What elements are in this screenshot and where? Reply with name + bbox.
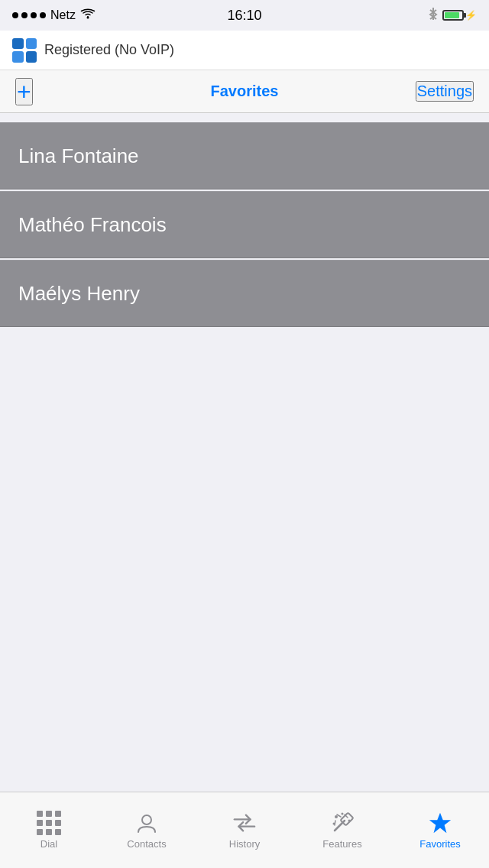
- tab-history-label: History: [229, 838, 260, 850]
- app-icon-sq3: [12, 51, 24, 63]
- status-bar: Netz 16:10 ⚡: [0, 0, 489, 31]
- dial-dot: [46, 820, 52, 826]
- battery-icon: [442, 10, 464, 21]
- nav-title: Favorites: [211, 83, 279, 100]
- tab-contacts-label: Contacts: [127, 838, 166, 850]
- svg-marker-14: [429, 813, 451, 833]
- favorite-name-1: Mathéo Francois: [18, 213, 167, 237]
- tab-features-label: Features: [322, 838, 361, 850]
- tab-dial[interactable]: Dial: [0, 792, 98, 868]
- history-icon: [232, 811, 257, 835]
- tab-contacts[interactable]: Contacts: [98, 792, 196, 868]
- nav-bar: + Favorites Settings: [0, 70, 489, 113]
- app-icon: [12, 38, 37, 63]
- registered-status: Registered (No VoIP): [44, 42, 174, 58]
- dial-dot: [37, 820, 43, 826]
- tab-bar: Dial Contacts History: [0, 792, 489, 868]
- svg-point-0: [86, 17, 89, 19]
- battery-fill: [445, 12, 459, 18]
- status-left: Netz: [12, 8, 96, 22]
- add-favorite-button[interactable]: +: [15, 78, 33, 105]
- favorite-name-2: Maélys Henry: [18, 282, 140, 306]
- app-icon-sq1: [12, 38, 24, 50]
- signal-dot-4: [40, 12, 46, 18]
- signal-dot-1: [12, 12, 18, 18]
- favorite-item-0[interactable]: Lina Fontaine: [0, 122, 489, 189]
- dial-icon: [37, 811, 61, 835]
- favorite-name-0: Lina Fontaine: [18, 144, 139, 168]
- app-icon-sq4: [26, 51, 37, 63]
- tab-favorites-label: Favorites: [419, 838, 460, 850]
- bluetooth-icon: [429, 7, 438, 24]
- dial-dot: [55, 829, 61, 835]
- svg-point-9: [348, 820, 351, 822]
- dial-dot: [46, 811, 52, 817]
- tab-dial-label: Dial: [40, 838, 57, 850]
- contacts-icon: [134, 811, 159, 835]
- signal-dot-3: [31, 12, 37, 18]
- favorite-item-1[interactable]: Mathéo Francois: [0, 191, 489, 258]
- svg-point-8: [342, 813, 344, 815]
- svg-point-7: [335, 815, 338, 818]
- dial-dot: [46, 829, 52, 835]
- svg-line-13: [335, 821, 335, 825]
- wifi-icon: [80, 8, 96, 22]
- features-icon: [330, 811, 355, 835]
- svg-point-2: [142, 815, 151, 824]
- tab-features[interactable]: Features: [293, 792, 391, 868]
- status-time: 16:10: [227, 8, 261, 24]
- battery: ⚡: [442, 10, 477, 21]
- favorites-star-icon: [428, 811, 452, 835]
- dial-dot: [37, 829, 43, 835]
- tab-favorites[interactable]: Favorites: [391, 792, 489, 868]
- favorites-list: Lina Fontaine Mathéo Francois Maélys Hen…: [0, 113, 489, 327]
- charging-icon: ⚡: [465, 10, 477, 21]
- status-right: ⚡: [429, 7, 477, 24]
- tab-history[interactable]: History: [196, 792, 293, 868]
- favorite-item-2[interactable]: Maélys Henry: [0, 260, 489, 327]
- dial-dot: [55, 820, 61, 826]
- registered-bar: Registered (No VoIP): [0, 31, 489, 70]
- signal-dots: [12, 12, 46, 18]
- app-icon-sq2: [26, 38, 37, 50]
- carrier-label: Netz: [50, 8, 76, 22]
- signal-dot-2: [21, 12, 28, 18]
- dial-dot: [55, 811, 61, 817]
- settings-button[interactable]: Settings: [416, 81, 474, 102]
- dial-dot: [37, 811, 43, 817]
